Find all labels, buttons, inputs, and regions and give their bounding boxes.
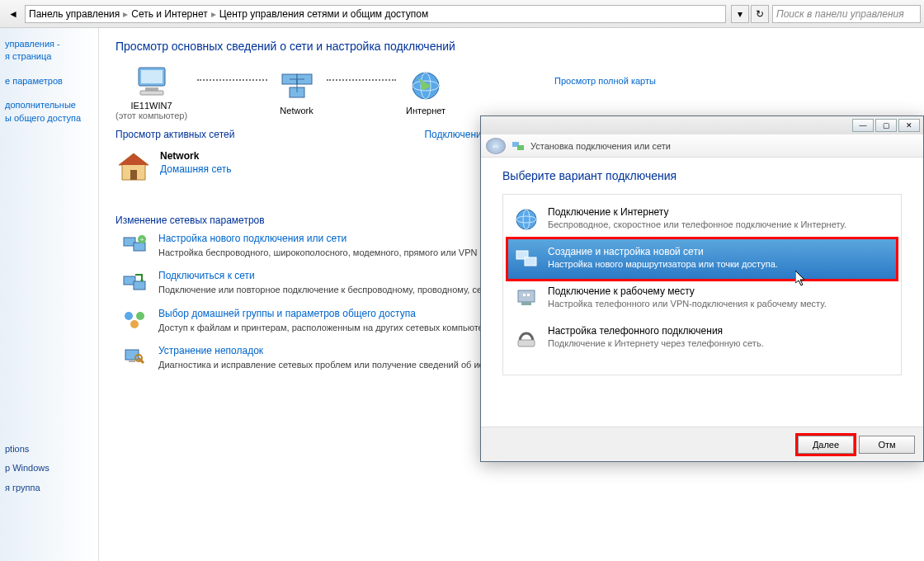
option-title: Создание и настройка новой сети [548,246,778,257]
network-name: Network [160,150,231,162]
maximize-button[interactable]: ▢ [875,119,897,132]
option-workplace[interactable]: Подключение к рабочему месту Настройка т… [508,279,896,318]
wizard-header-text: Установка подключения или сети [530,141,671,151]
node-label: IE11WIN7 [116,101,187,111]
connection-options-list: Подключение к Интернету Беспроводное, ск… [502,194,902,375]
svg-point-24 [130,320,139,328]
workplace-icon [513,285,540,312]
troubleshoot-icon [120,345,148,370]
see-also-link[interactable]: ptions [0,440,98,459]
chevron-right-icon: ▸ [211,8,216,20]
homegroup-icon [120,308,148,332]
full-map-link[interactable]: Просмотр полной карты [554,76,656,86]
computer-icon [132,63,172,99]
svg-rect-14 [130,170,137,180]
wizard-back-button[interactable]: ← [486,138,506,154]
option-title: Настройка телефонного подключения [548,325,764,337]
globe-icon [513,206,540,233]
svg-marker-13 [119,153,148,165]
task-desc: Диагностика и исправление сетевых пробле… [158,359,483,370]
sidebar-link-home[interactable]: управления -я страница [0,36,98,65]
wizard-header: ← Установка подключения или сети [481,134,923,158]
wizard-footer: Далее Отм [481,427,923,461]
option-title: Подключение к Интернету [548,206,846,218]
option-sub: Беспроводное, скоростное или телефонное … [548,219,846,229]
page-title: Просмотр основных сведений о сети и наст… [116,40,908,53]
node-this-pc: IE11WIN7 (этот компьютер) [116,63,187,120]
network-icon [277,68,317,104]
wizard-icon [511,139,526,153]
minimize-button[interactable]: — [852,119,874,132]
dropdown-button[interactable]: ▾ [731,5,749,23]
sidebar: управления -я страница е параметров допо… [0,28,99,561]
svg-rect-1 [141,70,163,83]
task-link[interactable]: Устранение неполадок [158,345,483,356]
new-connection-icon: + [120,233,148,257]
see-also-link[interactable]: p Windows [0,459,98,478]
option-internet[interactable]: Подключение к Интернету Беспроводное, ск… [508,200,896,239]
close-button[interactable]: ✕ [898,119,920,132]
svg-rect-26 [129,360,135,362]
svg-rect-2 [145,87,158,91]
svg-point-30 [516,210,536,229]
svg-rect-34 [525,257,536,266]
breadcrumb[interactable]: Панель управления ▸ Сеть и Интернет ▸ Це… [25,5,726,23]
svg-rect-39 [518,340,535,346]
chevron-right-icon: ▸ [123,8,128,20]
breadcrumb-item[interactable]: Сеть и Интернет [131,8,207,20]
svg-rect-38 [527,294,530,296]
node-sublabel: (этот компьютер) [116,111,187,120]
cancel-button[interactable]: Отм [859,436,915,454]
network-map: IE11WIN7 (этот компьютер) Network Интерн… [116,63,446,120]
svg-text:+: + [140,236,144,243]
svg-rect-36 [521,302,531,305]
node-label: Network [277,106,317,116]
svg-point-23 [136,312,144,320]
home-network-icon [116,150,152,183]
option-dialup[interactable]: Настройка телефонного подключения Подклю… [508,318,896,358]
setup-connection-wizard: — ▢ ✕ ← Установка подключения или сети В… [480,116,924,462]
option-title: Подключение к рабочему месту [548,285,827,297]
breadcrumb-item[interactable]: Центр управления сетями и общим доступом [219,8,429,20]
node-internet: Интернет [406,68,446,116]
network-type-link[interactable]: Домашняя сеть [160,163,231,175]
option-sub: Настройка нового маршрутизатора или точк… [548,259,778,269]
nav-back-button[interactable]: ◄ [3,4,23,24]
window-chrome: — ▢ ✕ [481,116,923,134]
see-also-link[interactable]: я группа [0,478,98,497]
address-bar: ◄ Панель управления ▸ Сеть и Интернет ▸ … [0,0,924,28]
connect-disconnect-link[interactable]: Подключени [424,129,481,140]
svg-rect-35 [518,290,535,302]
connect-icon [120,270,148,295]
search-placeholder: Поиск в панели управления [776,8,904,20]
option-new-network[interactable]: Создание и настройка новой сети Настройк… [508,239,896,279]
phone-icon [513,325,540,351]
sidebar-link-adapter[interactable]: е параметров [0,73,98,89]
node-label: Интернет [406,106,446,116]
svg-point-22 [125,312,133,320]
wizard-title: Выберите вариант подключения [502,169,902,182]
globe-icon [406,68,446,104]
svg-rect-16 [134,243,145,251]
option-sub: Настройка телефонного или VPN-подключени… [548,299,827,309]
sidebar-link-sharing[interactable]: дополнительныеы общего доступа [0,97,98,126]
router-icon [513,246,540,272]
refresh-button[interactable]: ↻ [751,5,769,23]
option-sub: Подключение к Интернету через телефонную… [548,338,764,348]
next-button[interactable]: Далее [798,436,854,454]
breadcrumb-item[interactable]: Панель управления [29,8,120,20]
search-input[interactable]: Поиск в панели управления [772,5,921,23]
svg-rect-37 [523,294,526,296]
svg-rect-3 [140,91,163,95]
node-network: Network [277,68,317,116]
svg-rect-20 [134,281,145,290]
svg-rect-29 [517,145,524,150]
